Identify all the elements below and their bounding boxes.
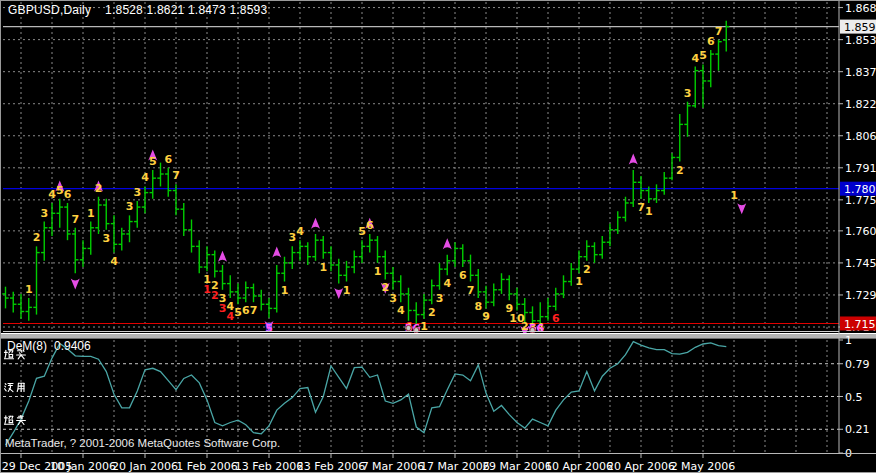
price-axis-label: 1.8530 bbox=[845, 34, 876, 47]
date-axis-label: 20 Apr 2006 bbox=[607, 460, 675, 473]
bar-count-label: 8 bbox=[474, 300, 482, 313]
ohlc-bar bbox=[235, 284, 241, 305]
bar-count-label: 7 bbox=[715, 25, 723, 38]
bar-count-label: 6 bbox=[64, 188, 72, 201]
ohlc-bar bbox=[18, 294, 24, 319]
indicator-name-label: DeM(8) bbox=[7, 339, 47, 353]
ohlc-bar bbox=[336, 259, 342, 284]
date-axis-label: 2 May 2006 bbox=[671, 460, 736, 473]
ohlc-bar bbox=[367, 234, 373, 253]
svg-text:1.8593: 1.8593 bbox=[844, 21, 876, 34]
ohlc-bar bbox=[460, 244, 466, 267]
bar-count-label: 4 bbox=[443, 277, 451, 290]
ohlc-bar bbox=[491, 284, 497, 307]
indicator-value-label: 0.9406 bbox=[54, 339, 91, 353]
bar-count-label: 3 bbox=[40, 207, 48, 220]
ohlc-bar bbox=[95, 197, 101, 234]
ohlc-bar bbox=[26, 298, 32, 321]
ohlc-bar bbox=[80, 240, 86, 267]
bar-count-label: 4 bbox=[110, 255, 118, 268]
chart-canvas[interactable]: 1234567123433456711223344567951341156123… bbox=[1, 1, 876, 473]
signal-circle-icon bbox=[406, 325, 411, 330]
bar-count-label: 6 bbox=[164, 153, 172, 166]
ohlc-bar bbox=[553, 288, 559, 311]
ohlc-bar bbox=[320, 236, 326, 259]
bar-count-label: 6 bbox=[552, 312, 560, 325]
ohlc-bar bbox=[312, 234, 318, 261]
ohlc-bar bbox=[483, 286, 489, 309]
ohlc-bar bbox=[661, 172, 667, 195]
bar-count-label: 4 bbox=[296, 225, 304, 238]
ohlc-bar bbox=[188, 219, 194, 252]
bar-count-label: 1 bbox=[374, 265, 382, 278]
fractal-down-arrow-icon bbox=[71, 279, 80, 290]
bar-count-label: 7 bbox=[467, 284, 475, 297]
bar-count-label: 1 bbox=[645, 205, 653, 218]
horizontal-level-lines bbox=[3, 27, 839, 324]
bar-count-label: 6 bbox=[459, 269, 467, 282]
ohlc-bar bbox=[258, 290, 264, 311]
bar-count-label: 3 bbox=[133, 186, 141, 199]
ohlc-bar bbox=[2, 287, 8, 309]
ohlc-values-label: 1.8528 1.8621 1.8473 1.8593 bbox=[105, 3, 267, 17]
symbol-period-label: GBPUSD,Daily bbox=[8, 3, 91, 17]
highlighted-price-label: 1.7809 bbox=[840, 182, 876, 197]
ohlc-bar bbox=[591, 242, 597, 263]
date-axis-label: 13 Feb 2006 bbox=[235, 460, 303, 473]
bar-count-label: 7 bbox=[637, 201, 645, 214]
ohlc-bar bbox=[390, 267, 396, 290]
ohlc-bar bbox=[165, 168, 171, 197]
ohlc-bar bbox=[343, 261, 349, 282]
ohlc-bar bbox=[328, 246, 334, 271]
ohlc-bar bbox=[444, 255, 450, 276]
bar-count-label: 3 bbox=[102, 232, 110, 245]
bar-count-label: 2 bbox=[676, 164, 684, 177]
bar-count-label: 1 bbox=[319, 261, 327, 274]
date-axis-label: 23 Feb 2006 bbox=[297, 460, 365, 473]
ohlc-bar bbox=[498, 273, 504, 294]
indicator-axis-label: 0.5 bbox=[845, 391, 863, 404]
ohlc-bar bbox=[297, 240, 303, 261]
ohlc-bar bbox=[72, 228, 78, 273]
ohlc-bar bbox=[607, 224, 613, 247]
date-axis-label: 1 Feb 2006 bbox=[176, 460, 237, 473]
bar-count-label: 5 bbox=[56, 184, 64, 197]
price-axis-label: 1.8375 bbox=[845, 66, 876, 79]
chart-title: GBPUSD,Daily1.8528 1.8621 1.8473 1.8593 bbox=[8, 3, 267, 17]
ohlc-bar bbox=[398, 275, 404, 302]
bar-count-label: 2 bbox=[583, 263, 591, 276]
bar-count-label: 3 bbox=[219, 302, 227, 315]
ohlc-bar bbox=[382, 251, 388, 280]
ohlc-bar bbox=[212, 251, 218, 278]
ohlc-bar bbox=[374, 236, 380, 263]
fractal-up-arrow-icon bbox=[272, 247, 281, 258]
ohlc-bar bbox=[715, 40, 721, 71]
ohlc-bar bbox=[157, 163, 163, 187]
ohlc-bar bbox=[289, 246, 295, 269]
price-axis-label: 1.7450 bbox=[845, 257, 876, 270]
ohlc-bar bbox=[103, 199, 109, 230]
ohlc-bar bbox=[142, 186, 148, 213]
ohlc-bar bbox=[266, 298, 272, 318]
ohlc-bar bbox=[638, 176, 644, 199]
ohlc-bar bbox=[692, 67, 698, 108]
indicator-axis-label: 0.79 bbox=[845, 358, 870, 371]
fractal-up-arrow-icon bbox=[311, 218, 320, 229]
middle-level-label bbox=[5, 383, 24, 391]
bar-count-label: 5 bbox=[358, 225, 366, 238]
price-axis-label: 1.8685 bbox=[845, 2, 876, 15]
fractal-up-arrow-icon bbox=[629, 154, 638, 165]
ohlc-bar bbox=[677, 114, 683, 162]
date-axis-label: 29 Mar 2006 bbox=[482, 460, 552, 473]
ohlc-bar bbox=[669, 153, 675, 180]
fractal-up-arrow-icon bbox=[218, 251, 227, 262]
date-axis-label: 20 Jan 2006 bbox=[112, 460, 178, 473]
ohlc-bar bbox=[64, 203, 70, 240]
ohlc-bar bbox=[126, 215, 132, 242]
bar-count-label: 3 bbox=[436, 292, 444, 305]
ohlc-bar bbox=[359, 240, 365, 263]
ohlc-bar bbox=[599, 236, 605, 259]
ohlc-bar bbox=[506, 275, 512, 300]
ohlc-bar bbox=[204, 246, 210, 271]
ohlc-bar bbox=[57, 199, 63, 228]
